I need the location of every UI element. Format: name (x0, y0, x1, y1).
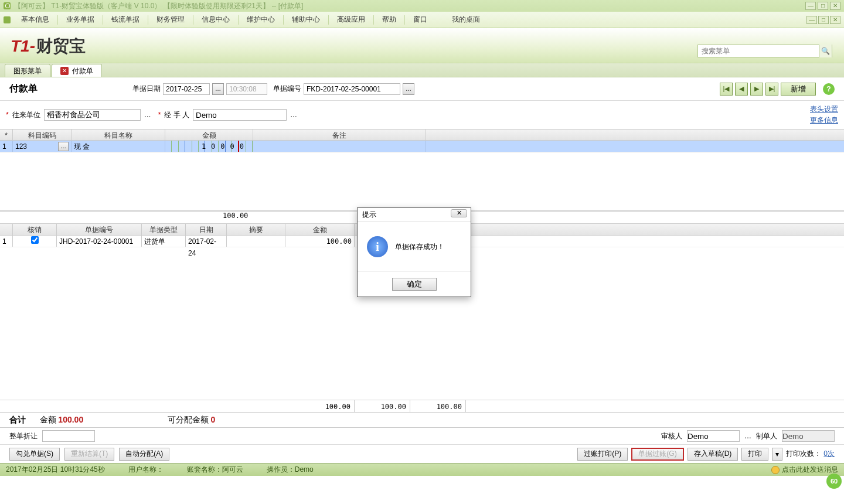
handler-label: 经 手 人 (164, 110, 189, 120)
menu-assist[interactable]: 辅助中心 (286, 12, 326, 27)
cell-subject-name: 现 金 (72, 141, 165, 152)
reviewer-picker-button[interactable]: … (744, 432, 751, 440)
menu-advanced[interactable]: 高级应用 (331, 12, 371, 27)
vendor-picker-button[interactable]: … (144, 111, 151, 119)
auto-distribute-button[interactable]: 自动分配(A) (119, 448, 169, 461)
doc-time-input (226, 83, 267, 95)
col-subject-code[interactable]: 科目编码 (13, 130, 72, 140)
col-note[interactable]: 备注 (253, 130, 426, 140)
total-label: 合计 (9, 415, 26, 425)
smiley-icon (771, 466, 780, 474)
match-docs-button[interactable]: 勾兑单据(S) (9, 448, 60, 461)
last-button[interactable]: ▶| (765, 83, 778, 96)
tab-graphic-menu[interactable]: 图形菜单 (5, 64, 50, 77)
col-doc-type[interactable]: 单据类型 (142, 224, 186, 235)
menu-info-center[interactable]: 信息中心 (196, 12, 236, 27)
page-title: 付款单 (9, 83, 127, 95)
recalc-button: 重新结算(T) (64, 448, 114, 461)
menu-help[interactable]: 帮助 (376, 12, 402, 27)
menu-search[interactable]: 🔍 (697, 45, 832, 57)
help-icon[interactable]: ? (823, 83, 835, 95)
date-picker-button[interactable]: … (212, 83, 224, 95)
dialog-ok-button[interactable]: 确定 (392, 278, 437, 291)
mdi-minimize-button[interactable]: — (806, 16, 817, 24)
print-count-value[interactable]: 0次 (823, 449, 835, 459)
col-subject-name[interactable]: 科目名称 (72, 130, 165, 140)
cell-summary (227, 236, 285, 247)
discount-label: 整单折让 (9, 431, 38, 441)
grid2-total: 100.00 100.00 100.00 (0, 400, 844, 413)
supplier-row: *往来单位 … *经 手 人 … 表头设置 更多信息 (0, 101, 844, 129)
writeoff-checkbox[interactable] (31, 236, 39, 244)
post-doc-button[interactable]: 单据过账(G) (631, 448, 683, 461)
new-button[interactable]: 新增 (781, 83, 816, 96)
mdi-close-button[interactable]: ✕ (830, 16, 840, 24)
vendor-input[interactable] (44, 109, 141, 121)
lock-icon (4, 16, 11, 23)
close-button[interactable]: ✕ (830, 2, 840, 10)
status-datetime: 2017年02月25日 10时31分45秒 (6, 465, 105, 475)
cell-doc-type: 进货单 (142, 236, 186, 247)
grid1-row[interactable]: 1 123 … 现 金 10000 (0, 141, 844, 152)
subject-picker-button[interactable]: … (58, 142, 69, 151)
window-title: 【阿可云】 T1-财贸宝体验版（客户端 V 10.0） 【限时体验版使用期限还剩… (14, 1, 805, 11)
menu-cashflow-docs[interactable]: 钱流单据 (106, 12, 145, 27)
prev-button[interactable]: ◀ (735, 83, 748, 96)
send-message-link[interactable]: 点击此处发送消息 (771, 465, 838, 475)
col-writeoff-check[interactable]: 核销 (13, 224, 57, 235)
col-amount2[interactable]: 金额 (285, 224, 355, 235)
print-dropdown-button[interactable]: ▾ (772, 448, 782, 461)
menu-basic-info[interactable]: 基本信息 (15, 12, 55, 27)
handler-input[interactable] (193, 109, 287, 121)
maximize-button[interactable]: □ (818, 2, 828, 10)
vendor-label: 往来单位 (12, 110, 40, 120)
menu-bar: 基本信息 业务单据 钱流单据 财务管理 信息中心 维护中心 辅助中心 高级应用 … (0, 12, 844, 28)
menu-window[interactable]: 窗口 (407, 12, 433, 27)
menu-maintenance[interactable]: 维护中心 (241, 12, 281, 27)
save-draft-button[interactable]: 存入草稿(D) (688, 448, 738, 461)
app-logo: T1-财贸宝 (11, 35, 86, 57)
date-label: 单据日期 (132, 84, 161, 94)
dialog-message: 单据保存成功！ (395, 242, 444, 252)
first-button[interactable]: |◀ (720, 83, 733, 96)
doc-date-input[interactable] (163, 83, 210, 95)
info-icon: i (367, 236, 388, 257)
menu-business-docs[interactable]: 业务单据 (60, 12, 100, 27)
num-picker-button[interactable]: … (403, 83, 414, 95)
tab-strip: 图形菜单 ✕ 付款单 (0, 63, 844, 77)
save-success-dialog: 提示 ✕ i 单据保存成功！ 确定 (357, 207, 471, 297)
dialog-title: 提示 (362, 210, 376, 220)
tab-payment[interactable]: ✕ 付款单 (52, 64, 102, 77)
handler-picker-button[interactable]: … (290, 111, 297, 119)
link-more-info[interactable]: 更多信息 (810, 115, 838, 125)
grid1-header: * 科目编码 科目名称 金额 备注 (0, 129, 844, 141)
close-icon[interactable]: ✕ (60, 67, 69, 75)
cell-amount[interactable]: 10000 (165, 141, 253, 152)
post-print-button[interactable]: 过账打印(P) (577, 448, 628, 461)
print-button[interactable]: 打印 (741, 448, 768, 461)
summary-row: 合计 金额 100.00 可分配金额 0 (0, 413, 844, 428)
badge-60[interactable]: 60 (826, 474, 842, 489)
discount-input[interactable] (42, 430, 95, 442)
discount-row: 整单折让 审核人 … 制单人 (0, 428, 844, 444)
dialog-close-button[interactable]: ✕ (451, 209, 467, 217)
col-doc-num[interactable]: 单据编号 (57, 224, 142, 235)
menu-finance[interactable]: 财务管理 (151, 12, 190, 27)
status-bar: 2017年02月25日 10时31分45秒 用户名称： 账套名称：阿可云 操作员… (0, 463, 844, 476)
col-date[interactable]: 日期 (186, 224, 227, 235)
menu-search-input[interactable] (698, 47, 819, 55)
minimize-button[interactable]: — (805, 2, 816, 10)
reviewer-input[interactable] (687, 430, 740, 442)
window-title-bar: 【阿可云】 T1-财贸宝体验版（客户端 V 10.0） 【限时体验版使用期限还剩… (0, 0, 844, 12)
doc-num-input[interactable] (304, 83, 400, 95)
num-label: 单据编号 (273, 84, 301, 94)
search-icon[interactable]: 🔍 (819, 45, 832, 57)
col-summary[interactable]: 摘要 (227, 224, 285, 235)
link-header-settings[interactable]: 表头设置 (810, 104, 838, 114)
menu-my-desktop[interactable]: 我的桌面 (446, 12, 486, 27)
mdi-maximize-button[interactable]: □ (818, 16, 829, 24)
next-button[interactable]: ▶ (750, 83, 763, 96)
cell-note[interactable] (253, 141, 426, 152)
col-amount[interactable]: 金额 (165, 130, 253, 140)
banner: T1-财贸宝 🔍 (0, 28, 844, 63)
